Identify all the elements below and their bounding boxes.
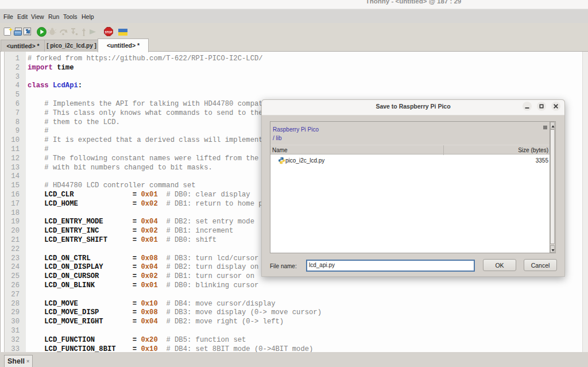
svg-text:STOP: STOP: [105, 31, 112, 34]
